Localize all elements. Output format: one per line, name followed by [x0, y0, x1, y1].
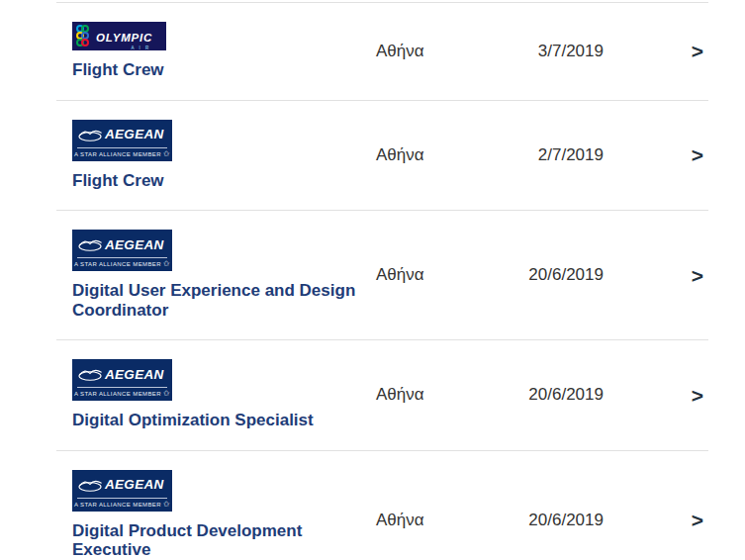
star-alliance-star-icon: ✩ — [163, 150, 170, 158]
aegean-logo: AEGEAN A STAR ALLIANCE MEMBER ✩ — [72, 120, 172, 161]
star-alliance-text: A STAR ALLIANCE MEMBER — [74, 151, 161, 157]
job-row[interactable]: AEGEAN A STAR ALLIANCE MEMBER ✩ Digital … — [56, 210, 708, 339]
job-posted-date: 20/6/2019 — [510, 385, 604, 405]
job-location: Αθήνα — [376, 385, 510, 405]
job-title-link[interactable]: Flight Crew — [72, 171, 164, 191]
aegean-wordmark: AEGEAN — [105, 367, 164, 382]
job-main-cell: AEGEAN A STAR ALLIANCE MEMBER ✩ Flight C… — [72, 101, 376, 211]
aegean-tagline: A STAR ALLIANCE MEMBER ✩ — [77, 390, 167, 398]
aegean-bird-icon — [77, 127, 103, 142]
aegean-wordmark: AEGEAN — [105, 477, 164, 492]
job-location: Αθήνα — [376, 42, 510, 61]
star-alliance-text: A STAR ALLIANCE MEMBER — [74, 261, 161, 267]
aegean-logo-top: AEGEAN — [77, 233, 167, 255]
job-posted-date: 2/7/2019 — [510, 145, 604, 165]
aegean-bird-icon — [77, 236, 103, 252]
company-logo-host: AEGEAN A STAR ALLIANCE MEMBER ✩ — [72, 470, 172, 512]
job-title-link[interactable]: Flight Crew — [72, 60, 164, 80]
chevron-right-icon[interactable]: > — [604, 385, 708, 406]
job-location: Αθήνα — [376, 145, 510, 165]
aegean-wordmark: AEGEAN — [105, 127, 164, 141]
company-logo-host: AEGEAN A STAR ALLIANCE MEMBER ✩ — [72, 120, 172, 161]
job-row[interactable]: AEGEAN A STAR ALLIANCE MEMBER ✩ Flight C… — [56, 100, 708, 211]
job-main-cell: AEGEAN A STAR ALLIANCE MEMBER ✩ Digital … — [72, 211, 376, 339]
aegean-bird-icon — [77, 477, 103, 493]
job-posted-date: 20/6/2019 — [510, 511, 604, 530]
job-main-cell: AEGEAN A STAR ALLIANCE MEMBER ✩ Digital … — [72, 340, 376, 450]
aegean-logo-divider — [77, 387, 167, 388]
star-alliance-star-icon: ✩ — [163, 501, 170, 509]
job-posted-date: 3/7/2019 — [510, 42, 604, 61]
star-alliance-text: A STAR ALLIANCE MEMBER — [74, 391, 161, 397]
aegean-tagline: A STAR ALLIANCE MEMBER ✩ — [77, 501, 167, 509]
aegean-logo: AEGEAN A STAR ALLIANCE MEMBER ✩ — [72, 359, 172, 401]
job-title-link[interactable]: Digital Product Development Executive — [72, 521, 361, 560]
chevron-right-icon[interactable]: > — [604, 144, 708, 165]
job-row[interactable]: AEGEAN A STAR ALLIANCE MEMBER ✩ Digital … — [56, 450, 708, 560]
job-location: Αθήνα — [376, 511, 510, 530]
aegean-logo: AEGEAN A STAR ALLIANCE MEMBER ✩ — [72, 470, 172, 512]
job-row[interactable]: AEGEAN A STAR ALLIANCE MEMBER ✩ Digital … — [56, 339, 708, 450]
chevron-right-icon[interactable]: > — [604, 510, 708, 530]
star-alliance-star-icon: ✩ — [163, 390, 170, 398]
aegean-logo-top: AEGEAN — [77, 474, 167, 496]
job-posted-date: 20/6/2019 — [510, 265, 604, 285]
aegean-tagline: A STAR ALLIANCE MEMBER ✩ — [77, 150, 167, 158]
chevron-right-icon[interactable]: > — [604, 41, 708, 61]
olympic-air-text: A I R — [131, 46, 150, 50]
olympic-air-logo: OLYMPIC A I R — [72, 22, 166, 50]
olympic-wordmark: OLYMPIC A I R — [96, 28, 152, 46]
olympic-name-text: OLYMPIC — [96, 32, 152, 44]
job-row[interactable]: OLYMPIC A I R Flight Crew Αθήνα 3/7/2019… — [56, 2, 708, 100]
company-logo-host: AEGEAN A STAR ALLIANCE MEMBER ✩ — [72, 230, 172, 271]
aegean-logo-top: AEGEAN — [77, 363, 167, 385]
aegean-logo-divider — [77, 257, 167, 258]
job-main-cell: OLYMPIC A I R Flight Crew — [72, 3, 376, 100]
chevron-right-icon[interactable]: > — [604, 265, 708, 286]
job-title-link[interactable]: Digital Optimization Specialist — [72, 411, 314, 430]
aegean-bird-icon — [77, 366, 103, 382]
olympic-rings-icon — [76, 26, 92, 47]
aegean-logo-divider — [77, 147, 167, 148]
job-main-cell: AEGEAN A STAR ALLIANCE MEMBER ✩ Digital … — [72, 451, 376, 560]
job-title-link[interactable]: Digital User Experience and Design Coord… — [72, 281, 361, 320]
star-alliance-text: A STAR ALLIANCE MEMBER — [74, 502, 161, 508]
company-logo-host: OLYMPIC A I R — [72, 22, 166, 50]
aegean-wordmark: AEGEAN — [105, 237, 164, 252]
aegean-logo: AEGEAN A STAR ALLIANCE MEMBER ✩ — [72, 230, 172, 271]
job-listings-page: OLYMPIC A I R Flight Crew Αθήνα 3/7/2019… — [0, 0, 745, 560]
job-location: Αθήνα — [376, 265, 510, 285]
aegean-logo-top: AEGEAN — [77, 124, 167, 145]
star-alliance-star-icon: ✩ — [163, 260, 170, 268]
job-list: OLYMPIC A I R Flight Crew Αθήνα 3/7/2019… — [56, 2, 708, 560]
aegean-tagline: A STAR ALLIANCE MEMBER ✩ — [77, 260, 167, 268]
company-logo-host: AEGEAN A STAR ALLIANCE MEMBER ✩ — [72, 359, 172, 401]
aegean-logo-divider — [77, 498, 167, 499]
